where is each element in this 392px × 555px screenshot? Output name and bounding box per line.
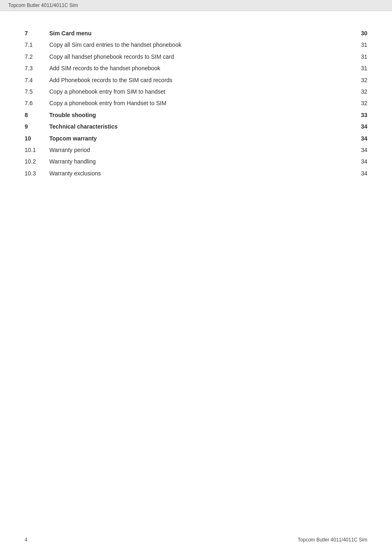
toc-num: 10 — [25, 133, 49, 144]
toc-title: Add Phonebook records to the SIM card re… — [49, 74, 351, 86]
toc-page: 32 — [351, 97, 367, 109]
toc-row: 10.3Warranty exclusions34 — [25, 168, 367, 179]
toc-page: 34 — [351, 168, 367, 179]
toc-title: Technical characteristics — [49, 121, 351, 132]
footer-title: Topcom Butler 4011/4011C Sim — [298, 537, 367, 543]
toc-num: 7.5 — [25, 86, 49, 97]
toc-table: 7Sim Card menu307.1Copy all Sim card ent… — [25, 28, 367, 179]
toc-title: Copy a phonebook entry from SIM to hands… — [49, 86, 351, 97]
toc-title: Warranty handling — [49, 156, 351, 167]
toc-num: 10.1 — [25, 144, 49, 156]
toc-title: Copy all handset phonebook records to SI… — [49, 51, 351, 62]
toc-row: 10.2Warranty handling34 — [25, 156, 367, 167]
toc-title: Trouble shooting — [49, 109, 351, 121]
toc-num: 10.3 — [25, 168, 49, 179]
toc-page: 33 — [351, 109, 367, 121]
toc-row: 7.5Copy a phonebook entry from SIM to ha… — [25, 86, 367, 97]
toc-page: 31 — [351, 62, 367, 74]
toc-row: 8Trouble shooting33 — [25, 109, 367, 121]
toc-page: 34 — [351, 156, 367, 167]
toc-title: Copy a phonebook entry from Handset to S… — [49, 97, 351, 109]
toc-num: 7.4 — [25, 74, 49, 86]
toc-page: 32 — [351, 74, 367, 86]
header-title: Topcom Butler 4011/4011C Sim — [8, 2, 78, 8]
toc-page: 30 — [351, 28, 367, 39]
toc-num: 7.6 — [25, 97, 49, 109]
toc-row: 10Topcom warranty34 — [25, 133, 367, 144]
toc-page: 32 — [351, 86, 367, 97]
toc-row: 7.6Copy a phonebook entry from Handset t… — [25, 97, 367, 109]
toc-row: 7.3Add SIM records to the handset phoneb… — [25, 62, 367, 74]
toc-page: 31 — [351, 51, 367, 62]
toc-num: 7.3 — [25, 62, 49, 74]
toc-title: Copy all Sim card entries to the handset… — [49, 39, 351, 51]
toc-row: 9Technical characteristics34 — [25, 121, 367, 132]
toc-row: 7Sim Card menu30 — [25, 28, 367, 39]
toc-row: 7.2Copy all handset phonebook records to… — [25, 51, 367, 62]
toc-page: 34 — [351, 133, 367, 144]
toc-num: 7.1 — [25, 39, 49, 51]
toc-title: Topcom warranty — [49, 133, 351, 144]
toc-page: 31 — [351, 39, 367, 51]
toc-title: Add SIM records to the handset phonebook — [49, 62, 351, 74]
toc-title: Warranty period — [49, 144, 351, 156]
toc-row: 7.1Copy all Sim card entries to the hand… — [25, 39, 367, 51]
toc-page: 34 — [351, 144, 367, 156]
toc-row: 10.1Warranty period34 — [25, 144, 367, 156]
toc-num: 9 — [25, 121, 49, 132]
toc-num: 8 — [25, 109, 49, 121]
header-bar: Topcom Butler 4011/4011C Sim — [0, 0, 392, 11]
toc-page: 34 — [351, 121, 367, 132]
toc-title: Sim Card menu — [49, 28, 351, 39]
toc-num: 10.2 — [25, 156, 49, 167]
toc-num: 7.2 — [25, 51, 49, 62]
toc-row: 7.4Add Phonebook records to the SIM card… — [25, 74, 367, 86]
toc-num: 7 — [25, 28, 49, 39]
footer: 4 Topcom Butler 4011/4011C Sim — [0, 537, 392, 543]
toc-title: Warranty exclusions — [49, 168, 351, 179]
footer-page-number: 4 — [25, 537, 28, 543]
page-content: 7Sim Card menu307.1Copy all Sim card ent… — [0, 11, 392, 212]
